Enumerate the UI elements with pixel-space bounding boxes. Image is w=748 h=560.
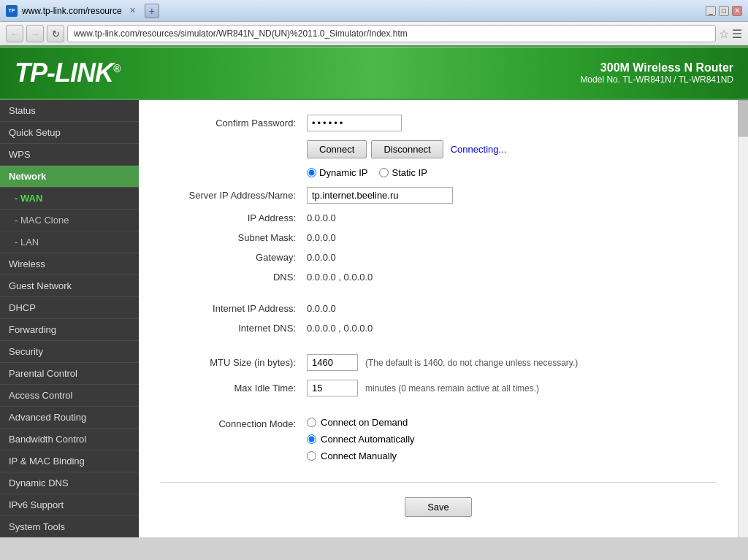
scrollbar-thumb[interactable]	[739, 100, 748, 137]
connect-button[interactable]: Connect	[307, 140, 367, 158]
bookmark-icon[interactable]: ☆	[719, 27, 729, 41]
tab-close-icon[interactable]: ✕	[129, 6, 136, 15]
nav-bar: ← → ↻ www.tp-link.com/resources/simulato…	[0, 22, 748, 47]
max-idle-label: Max Idle Time:	[161, 383, 307, 394]
connect-on-demand-radio[interactable]	[307, 418, 316, 427]
sidebar-item-mac-clone[interactable]: - MAC Clone	[0, 210, 139, 231]
disconnect-button[interactable]: Disconnect	[371, 140, 443, 158]
connecting-status: Connecting...	[451, 144, 507, 155]
ip-address-value: 0.0.0.0	[307, 212, 336, 223]
save-row: Save	[161, 497, 716, 517]
static-ip-label: Static IP	[392, 167, 427, 178]
sidebar-item-wan[interactable]: - WAN	[0, 188, 139, 210]
subnet-mask-value: 0.0.0.0	[307, 232, 336, 243]
sidebar-item-security[interactable]: Security	[0, 341, 139, 363]
close-btn[interactable]: ✕	[732, 6, 742, 16]
server-ip-row: Server IP Address/Name:	[161, 187, 716, 204]
mtu-label: MTU Size (in bytes):	[161, 357, 307, 368]
sidebar-item-wireless[interactable]: Wireless	[0, 253, 139, 275]
connect-automatically-label: Connect Automatically	[321, 434, 415, 445]
dynamic-ip-radio[interactable]	[307, 168, 316, 177]
tp-header: TP-LINK® 300M Wireless N Router Model No…	[0, 47, 748, 99]
dns-row: DNS: 0.0.0.0 , 0.0.0.0	[161, 272, 716, 283]
connect-buttons-row: Connect Disconnect Connecting...	[161, 140, 716, 158]
back-btn[interactable]: ←	[6, 25, 23, 42]
wan-form: Confirm Password: Connect Disconnect Con…	[139, 100, 738, 537]
connect-on-demand-option[interactable]: Connect on Demand	[307, 417, 415, 428]
internet-dns-label: Internet DNS:	[161, 323, 307, 334]
gateway-label: Gateway:	[161, 252, 307, 263]
ip-address-label: IP Address:	[161, 212, 307, 223]
sidebar-item-dhcp[interactable]: DHCP	[0, 297, 139, 319]
sidebar-item-status[interactable]: Status	[0, 100, 139, 122]
sidebar-item-access-control[interactable]: Access Control	[0, 385, 139, 407]
model-number: Model No. TL-WR841N / TL-WR841ND	[580, 74, 733, 85]
connect-automatically-radio[interactable]	[307, 434, 316, 444]
divider	[161, 482, 716, 483]
address-text: www.tp-link.com/resources/simulator/WR84…	[74, 28, 408, 39]
minimize-btn[interactable]: _	[706, 6, 716, 16]
tab-label: www.tp-link.com/resource	[22, 6, 122, 16]
max-idle-input[interactable]	[307, 380, 358, 396]
sidebar-item-lan[interactable]: - LAN	[0, 231, 139, 253]
static-ip-radio[interactable]	[379, 168, 389, 177]
tab-favicon: TP	[6, 5, 18, 17]
connect-on-demand-label: Connect on Demand	[321, 417, 408, 428]
static-ip-option[interactable]: Static IP	[379, 167, 427, 178]
menu-icon[interactable]: ☰	[732, 27, 742, 41]
content-area: StatusQuick SetupWPSNetwork- WAN- MAC Cl…	[0, 99, 748, 537]
mtu-input[interactable]	[307, 354, 358, 371]
model-name: 300M Wireless N Router	[580, 61, 733, 74]
connection-mode-group: Connect on Demand Connect Automatically …	[307, 417, 415, 467]
tp-link-logo: TP-LINK®	[15, 58, 120, 88]
internet-ip-label: Internet IP Address:	[161, 303, 307, 314]
reload-btn[interactable]: ↻	[47, 25, 64, 42]
max-idle-hint: minutes (0 means remain active at all ti…	[365, 383, 539, 394]
dynamic-ip-option[interactable]: Dynamic IP	[307, 167, 367, 178]
gateway-value: 0.0.0.0	[307, 252, 336, 263]
sidebar-item-ip-mac-binding[interactable]: IP & MAC Binding	[0, 450, 139, 472]
ip-type-row: Dynamic IP Static IP	[161, 167, 716, 178]
subnet-mask-row: Subnet Mask: 0.0.0.0	[161, 232, 716, 243]
dynamic-ip-label: Dynamic IP	[319, 167, 367, 178]
connection-mode-label: Connection Mode:	[161, 417, 307, 429]
connect-automatically-option[interactable]: Connect Automatically	[307, 434, 415, 445]
sidebar-item-system-tools[interactable]: System Tools	[0, 516, 139, 537]
mtu-row: MTU Size (in bytes): (The default is 146…	[161, 354, 716, 371]
sidebar-item-bandwidth-control[interactable]: Bandwidth Control	[0, 429, 139, 450]
scrollbar-track[interactable]	[738, 100, 748, 537]
confirm-password-row: Confirm Password:	[161, 115, 716, 131]
mtu-hint: (The default is 1460, do not change unle…	[365, 358, 578, 368]
internet-dns-value: 0.0.0.0 , 0.0.0.0	[307, 323, 373, 334]
sidebar-item-network[interactable]: Network	[0, 166, 139, 188]
sidebar-item-dynamic-dns[interactable]: Dynamic DNS	[0, 472, 139, 494]
internet-ip-value: 0.0.0.0	[307, 303, 336, 314]
internet-dns-row: Internet DNS: 0.0.0.0 , 0.0.0.0	[161, 323, 716, 334]
sidebar-item-quick-setup[interactable]: Quick Setup	[0, 122, 139, 144]
server-ip-input[interactable]	[307, 187, 453, 204]
confirm-password-label: Confirm Password:	[161, 118, 307, 129]
sidebar-item-parental-control[interactable]: Parental Control	[0, 363, 139, 385]
address-bar[interactable]: www.tp-link.com/resources/simulator/WR84…	[67, 25, 716, 42]
forward-btn[interactable]: →	[26, 25, 44, 42]
confirm-password-input[interactable]	[307, 115, 402, 131]
connect-manually-label: Connect Manually	[321, 450, 397, 461]
internet-ip-row: Internet IP Address: 0.0.0.0	[161, 303, 716, 314]
gateway-row: Gateway: 0.0.0.0	[161, 252, 716, 263]
dns-label: DNS:	[161, 272, 307, 283]
maximize-btn[interactable]: □	[719, 6, 729, 16]
tp-model-info: 300M Wireless N Router Model No. TL-WR84…	[580, 61, 733, 85]
new-tab-btn[interactable]: +	[145, 4, 159, 18]
server-ip-label: Server IP Address/Name:	[161, 190, 307, 201]
sidebar-item-wps[interactable]: WPS	[0, 144, 139, 166]
sidebar-item-advanced-routing[interactable]: Advanced Routing	[0, 407, 139, 429]
sidebar-item-forwarding[interactable]: Forwarding	[0, 319, 139, 341]
save-button[interactable]: Save	[405, 497, 472, 517]
page: TP-LINK® 300M Wireless N Router Model No…	[0, 47, 748, 537]
connect-manually-option[interactable]: Connect Manually	[307, 450, 415, 461]
sidebar-item-ipv6-support[interactable]: IPv6 Support	[0, 494, 139, 516]
title-bar: TP www.tp-link.com/resource ✕ + _ □ ✕	[0, 0, 748, 22]
sidebar-item-guest-network[interactable]: Guest Network	[0, 275, 139, 297]
connect-manually-radio[interactable]	[307, 451, 316, 461]
main-content: Confirm Password: Connect Disconnect Con…	[139, 100, 738, 537]
